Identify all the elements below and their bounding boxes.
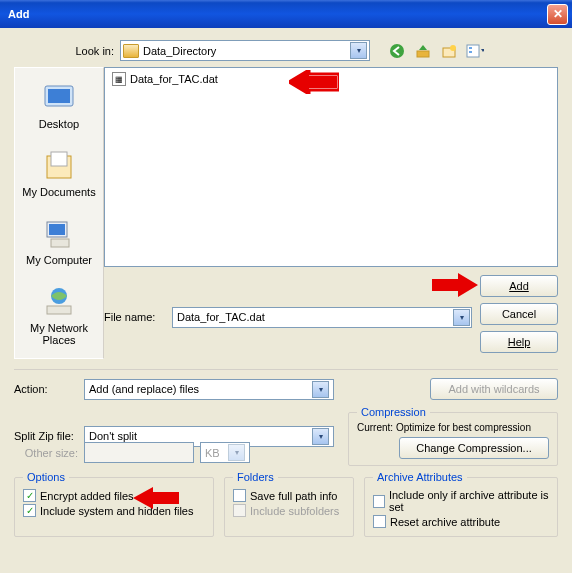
folders-legend: Folders [233, 471, 278, 483]
cancel-button[interactable]: Cancel [480, 303, 558, 325]
options-group: Options ✓Encrypt added files ✓Include sy… [14, 471, 214, 537]
other-size-label: Other size: [14, 447, 84, 459]
save-full-path-checkbox[interactable]: Save full path info [233, 489, 345, 502]
add-wildcards-button: Add with wildcards [430, 378, 558, 400]
network-icon [41, 284, 77, 320]
place-my-computer[interactable]: My Computer [17, 212, 101, 270]
action-value: Add (and replace) files [89, 383, 199, 395]
help-button[interactable]: Help [480, 331, 558, 353]
place-my-network[interactable]: My Network Places [17, 280, 101, 350]
svg-rect-5 [469, 47, 472, 49]
file-item-label: Data_for_TAC.dat [130, 73, 218, 85]
split-value: Don't split [89, 430, 137, 442]
options-legend: Options [23, 471, 69, 483]
new-folder-icon[interactable] [440, 42, 458, 60]
svg-rect-6 [469, 51, 472, 53]
svg-rect-15 [47, 306, 71, 314]
views-icon[interactable] [466, 42, 484, 60]
chevron-down-icon: ▾ [228, 444, 245, 461]
annotation-arrow [289, 70, 339, 94]
svg-point-3 [450, 45, 456, 51]
svg-rect-4 [467, 45, 479, 57]
compression-group: Compression Current: Optimize for best c… [348, 406, 558, 466]
compression-legend: Compression [357, 406, 430, 418]
close-button[interactable]: ✕ [547, 4, 568, 25]
file-list[interactable]: ▦ Data_for_TAC.dat [104, 67, 558, 267]
back-icon[interactable] [388, 42, 406, 60]
include-hidden-checkbox[interactable]: ✓Include system and hidden files [23, 504, 205, 517]
svg-rect-12 [49, 224, 65, 235]
include-only-archive-checkbox[interactable]: Include only if archive attribute is set [373, 489, 549, 513]
archive-legend: Archive Attributes [373, 471, 467, 483]
filename-label: File name: [104, 311, 172, 323]
place-label: Desktop [39, 118, 79, 130]
documents-icon [41, 148, 77, 184]
place-label: My Documents [22, 186, 95, 198]
chevron-down-icon[interactable]: ▾ [312, 381, 329, 398]
place-desktop[interactable]: Desktop [17, 76, 101, 134]
chevron-down-icon[interactable]: ▾ [350, 42, 367, 59]
folders-group: Folders Save full path info Include subf… [224, 471, 354, 537]
file-icon: ▦ [112, 72, 126, 86]
lookin-value: Data_Directory [143, 45, 216, 57]
archive-attributes-group: Archive Attributes Include only if archi… [364, 471, 558, 537]
chevron-down-icon[interactable]: ▾ [312, 428, 329, 445]
folder-icon [123, 44, 139, 58]
title-bar: Add ✕ [0, 0, 572, 28]
computer-icon [41, 216, 77, 252]
add-button[interactable]: Add [480, 275, 558, 297]
chevron-down-icon[interactable]: ▾ [453, 309, 470, 326]
desktop-icon [41, 80, 77, 116]
svg-rect-1 [417, 51, 429, 57]
compression-current: Current: Optimize for best compression [357, 422, 549, 433]
window-title: Add [8, 8, 29, 20]
lookin-label: Look in: [62, 45, 114, 57]
svg-rect-8 [48, 89, 70, 103]
file-item[interactable]: ▦ Data_for_TAC.dat [107, 70, 223, 88]
svg-rect-13 [51, 239, 69, 247]
action-label: Action: [14, 383, 84, 395]
svg-rect-10 [51, 152, 67, 166]
change-compression-button[interactable]: Change Compression... [399, 437, 549, 459]
svg-point-0 [390, 44, 404, 58]
up-icon[interactable] [414, 42, 432, 60]
place-label: My Network Places [19, 322, 99, 346]
other-size-input [84, 442, 194, 463]
lookin-select[interactable]: Data_Directory ▾ [120, 40, 370, 61]
places-bar: Desktop My Documents My Computer My Netw… [14, 67, 104, 359]
reset-archive-checkbox[interactable]: Reset archive attribute [373, 515, 549, 528]
annotation-arrow [432, 273, 478, 297]
action-select[interactable]: Add (and replace) files ▾ [84, 379, 334, 400]
other-size-unit: KB ▾ [200, 442, 250, 463]
encrypt-checkbox[interactable]: ✓Encrypt added files [23, 489, 205, 502]
split-label: Split Zip file: [14, 430, 84, 442]
include-subfolders-checkbox: Include subfolders [233, 504, 345, 517]
filename-input[interactable]: Data_for_TAC.dat ▾ [172, 307, 472, 328]
place-label: My Computer [26, 254, 92, 266]
filename-value: Data_for_TAC.dat [177, 311, 265, 323]
place-my-documents[interactable]: My Documents [17, 144, 101, 202]
